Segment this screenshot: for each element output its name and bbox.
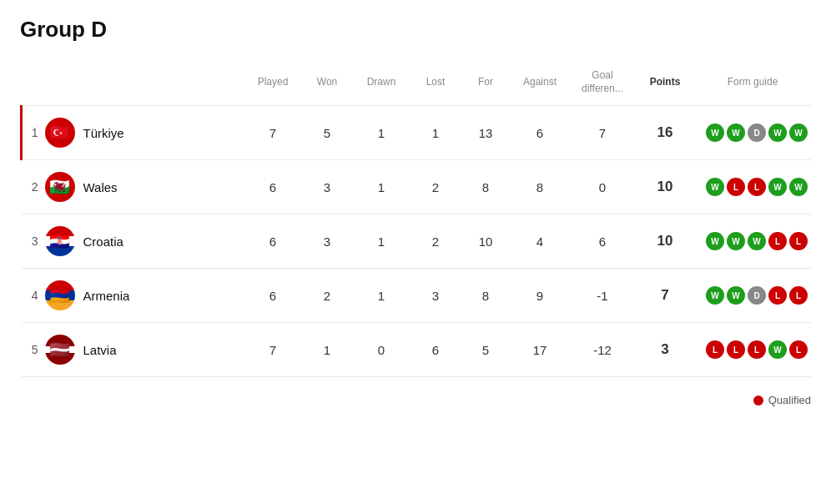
against-cell: 9 <box>511 269 569 323</box>
won-cell: 1 <box>302 323 352 377</box>
form-badge-w: W <box>706 286 724 305</box>
header-rank <box>22 63 45 106</box>
goal_diff-cell: 7 <box>569 106 636 160</box>
form-badge-w: W <box>706 178 724 196</box>
against-cell: 8 <box>511 160 569 214</box>
drawn-cell: 0 <box>352 323 410 377</box>
team-cell: 🇱🇻 Latvia <box>45 323 244 377</box>
goal_diff-cell: 6 <box>569 214 636 269</box>
flag-icon: 🇭🇷 <box>45 226 75 256</box>
won-cell: 3 <box>302 160 352 214</box>
form-guide-cell: WLLWW <box>694 160 811 214</box>
standings-table: Played Won Drawn Lost For Against Goal d… <box>20 63 811 377</box>
drawn-cell: 1 <box>352 106 410 160</box>
flag-icon: 🇱🇻 <box>45 335 75 365</box>
form-badge-w: W <box>727 286 745 305</box>
form-guide-cell: WWDWW <box>694 106 811 160</box>
form-badge-l: L <box>727 178 745 196</box>
for-cell: 8 <box>461 269 511 323</box>
goal_diff-cell: -1 <box>569 269 636 323</box>
won-cell: 5 <box>302 106 352 160</box>
header-for: For <box>461 63 511 106</box>
points-cell: 7 <box>636 269 694 323</box>
against-cell: 4 <box>511 214 569 269</box>
lost-cell: 2 <box>410 160 461 214</box>
for-cell: 10 <box>461 214 511 269</box>
form-guide-cell: WWWLL <box>694 214 811 269</box>
form-badge-w: W <box>706 123 724 142</box>
won-cell: 2 <box>302 269 352 323</box>
legend-label: Qualified <box>768 394 811 406</box>
table-row: 5 🇱🇻 Latvia 7106517-123LLLWL <box>22 323 812 377</box>
form-badge-w: W <box>768 340 787 359</box>
rank-cell: 3 <box>22 214 45 269</box>
flag-icon: 🇹🇷 <box>45 118 75 148</box>
team-name: Armenia <box>83 289 130 303</box>
form-badge-l: L <box>706 340 724 359</box>
form-badge-l: L <box>748 340 766 359</box>
header-played: Played <box>244 63 302 106</box>
form-badge-w: W <box>748 232 766 250</box>
group-title: Group D <box>20 17 811 43</box>
for-cell: 13 <box>461 106 511 160</box>
form-badge-l: L <box>748 178 766 196</box>
points-cell: 10 <box>636 214 694 269</box>
goal_diff-cell: -12 <box>569 323 636 377</box>
form-badge-d: D <box>748 286 766 305</box>
header-form-guide: Form guide <box>694 63 811 106</box>
header-goal-diff: Goal differen... <box>569 63 636 106</box>
drawn-cell: 1 <box>352 160 410 214</box>
form-badge-w: W <box>789 123 808 142</box>
table-row: 3 🇭🇷 Croatia 6312104610WWWLL <box>22 214 812 269</box>
team-cell: 🇹🇷 Türkiye <box>45 106 244 160</box>
form-badge-w: W <box>768 178 787 196</box>
team-cell: 🏴󠁧󠁢󠁷󠁬󠁳󠁿 Wales <box>45 160 244 214</box>
goal_diff-cell: 0 <box>569 160 636 214</box>
won-cell: 3 <box>302 214 352 269</box>
form-badge-w: W <box>768 123 787 142</box>
for-cell: 5 <box>461 323 511 377</box>
points-cell: 10 <box>636 160 694 214</box>
points-cell: 3 <box>636 323 694 377</box>
points-cell: 16 <box>636 106 694 160</box>
header-points: Points <box>636 63 694 106</box>
flag-icon: 🇦🇲 <box>45 280 75 310</box>
legend-dot <box>753 396 763 406</box>
table-row: 2 🏴󠁧󠁢󠁷󠁬󠁳󠁿 Wales 631288010WLLWW <box>22 160 812 214</box>
form-badge-l: L <box>789 232 808 250</box>
team-name: Latvia <box>83 343 117 357</box>
drawn-cell: 1 <box>352 214 410 269</box>
form-badge-w: W <box>706 232 724 250</box>
team-cell: 🇭🇷 Croatia <box>45 214 244 269</box>
form-badge-d: D <box>748 123 766 142</box>
against-cell: 17 <box>511 323 569 377</box>
table-row: 1 🇹🇷 Türkiye 7511136716WWDWW <box>22 106 812 160</box>
form-guide-cell: LLLWL <box>694 323 811 377</box>
team-name: Wales <box>83 180 118 194</box>
form-badge-w: W <box>727 232 745 250</box>
team-cell: 🇦🇲 Armenia <box>45 269 244 323</box>
lost-cell: 1 <box>410 106 461 160</box>
lost-cell: 3 <box>410 269 461 323</box>
played-cell: 6 <box>244 269 302 323</box>
against-cell: 6 <box>511 106 569 160</box>
drawn-cell: 1 <box>352 269 410 323</box>
form-guide-cell: WWDLL <box>694 269 811 323</box>
form-badge-l: L <box>789 340 808 359</box>
header-won: Won <box>302 63 352 106</box>
flag-icon: 🏴󠁧󠁢󠁷󠁬󠁳󠁿 <box>45 172 75 202</box>
header-drawn: Drawn <box>352 63 410 106</box>
for-cell: 8 <box>461 160 511 214</box>
lost-cell: 6 <box>410 323 461 377</box>
legend: Qualified <box>20 394 811 406</box>
team-name: Croatia <box>83 234 123 249</box>
form-badge-w: W <box>727 123 745 142</box>
played-cell: 6 <box>244 214 302 269</box>
played-cell: 6 <box>244 160 302 214</box>
lost-cell: 2 <box>410 214 461 269</box>
header-against: Against <box>511 63 569 106</box>
rank-cell: 1 <box>22 106 45 160</box>
form-badge-l: L <box>768 286 787 305</box>
header-team <box>45 63 244 106</box>
form-badge-l: L <box>768 232 787 250</box>
